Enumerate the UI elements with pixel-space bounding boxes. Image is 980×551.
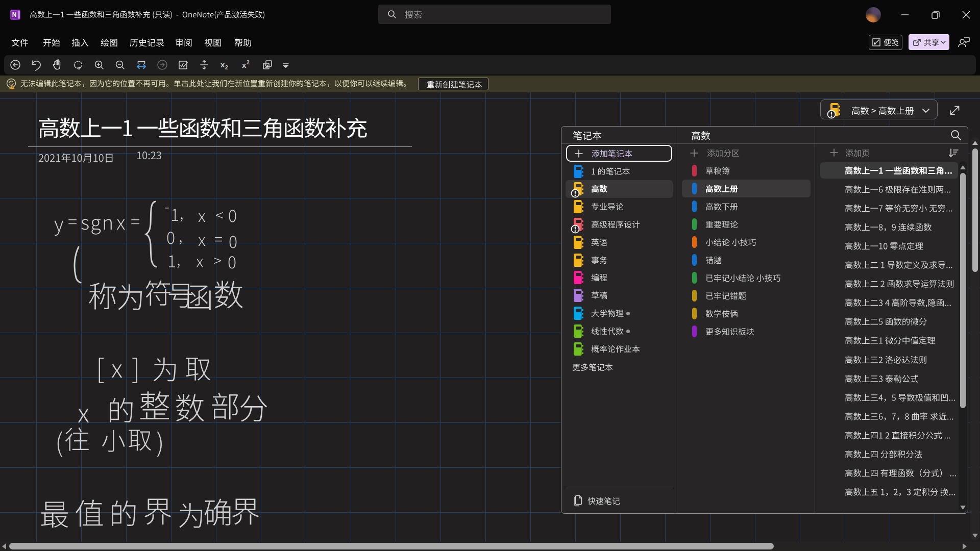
svg-text:x: x	[220, 60, 225, 69]
svg-text:2: 2	[247, 60, 250, 65]
svg-text:x: x	[242, 61, 247, 69]
svg-text:2: 2	[225, 65, 228, 70]
